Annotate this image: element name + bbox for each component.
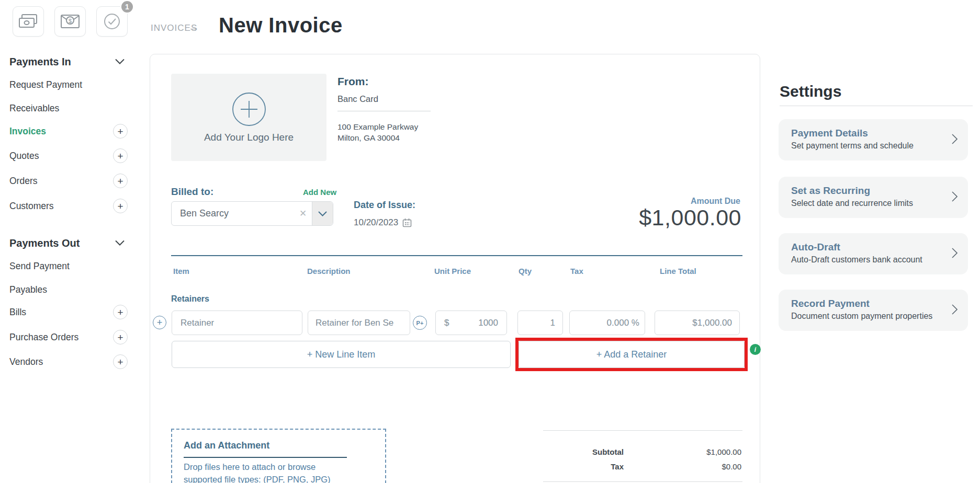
- billed-to-select[interactable]: Ben Searcy ✕: [171, 201, 333, 226]
- clear-customer-icon[interactable]: ✕: [294, 208, 312, 219]
- card-title: Record Payment: [791, 298, 870, 309]
- app-root: $ 1 INVOICES → New Invoice Payments In R…: [0, 0, 980, 483]
- invoice-envelope-button[interactable]: $: [54, 6, 86, 37]
- date-of-issue-label: Date of Issue:: [354, 200, 415, 211]
- sidebar-item-payables[interactable]: Payables: [9, 284, 47, 295]
- cash-icon: [18, 14, 38, 29]
- card-subtitle: Document custom payment properties: [791, 312, 932, 321]
- add-order-button[interactable]: +: [113, 174, 128, 188]
- item-input[interactable]: Retainer: [172, 310, 302, 335]
- col-header-description: Description: [307, 267, 351, 275]
- date-of-issue-value: 10/20/2023: [354, 217, 398, 228]
- approvals-check-icon: [103, 13, 121, 30]
- billed-to-caret[interactable]: [312, 202, 333, 225]
- invoice-envelope-icon: $: [60, 14, 80, 29]
- sidebar-item-invoices[interactable]: Invoices: [9, 126, 46, 137]
- sidebar-item-vendors[interactable]: Vendors: [9, 356, 43, 367]
- card-title: Set as Recurring: [791, 185, 870, 197]
- svg-text:$: $: [69, 18, 72, 24]
- settings-card-auto-draft[interactable]: Auto-Draft Auto-Draft customers bank acc…: [779, 233, 968, 274]
- add-logo-label: Add Your Logo Here: [204, 132, 294, 143]
- cash-button[interactable]: [13, 6, 44, 37]
- chevron-right-icon: [952, 248, 958, 258]
- billed-to-label: Billed to:: [171, 186, 213, 198]
- description-input[interactable]: Retainer for Ben Se: [308, 310, 410, 335]
- tax-input[interactable]: 0.000 %: [569, 310, 645, 335]
- add-customer-button[interactable]: +: [113, 199, 128, 213]
- from-label: From:: [337, 75, 369, 88]
- tax-label: Tax: [611, 462, 624, 471]
- settings-card-set-as-recurring[interactable]: Set as Recurring Select date and recurre…: [779, 177, 968, 218]
- chevron-right-icon: [952, 191, 958, 202]
- sidebar-item-receivables[interactable]: Receivables: [9, 103, 59, 114]
- line-total-value: $1,000.00: [655, 310, 740, 335]
- sidebar-item-purchase-orders[interactable]: Purchase Orders: [9, 332, 78, 343]
- sidebar-item-orders[interactable]: Orders: [9, 176, 37, 187]
- add-retainer-button[interactable]: + Add a Retainer: [519, 341, 745, 368]
- col-header-unit-price: Unit Price: [434, 267, 471, 275]
- col-header-qty: Qty: [519, 267, 532, 275]
- card-subtitle: Select date and recurrence limits: [791, 199, 913, 208]
- chevron-right-icon: [952, 304, 958, 315]
- sidebar-item-send-payment[interactable]: Send Payment: [9, 261, 70, 272]
- add-logo-plus-icon: [232, 92, 266, 126]
- billed-to-value: Ben Searcy: [172, 208, 294, 219]
- add-vendor-button[interactable]: +: [113, 354, 128, 369]
- calendar-icon[interactable]: [402, 218, 412, 227]
- attachment-title: Add an Attachment: [184, 440, 269, 451]
- settings-card-payment-details[interactable]: Payment Details Set payment terms and sc…: [779, 119, 968, 160]
- attachment-instructions-line1: Drop files here to attach or browse: [184, 462, 316, 472]
- chevron-down-icon[interactable]: [115, 240, 125, 246]
- add-new-customer-link[interactable]: Add New: [303, 188, 336, 197]
- totals-top-divider: [543, 430, 742, 431]
- unit-price-input[interactable]: $ 1000: [435, 310, 507, 335]
- page-title: New Invoice: [219, 14, 343, 37]
- p-plus-icon[interactable]: P+: [413, 316, 427, 330]
- add-line-row-icon[interactable]: +: [153, 316, 166, 329]
- settings-title: Settings: [780, 83, 841, 100]
- sidebar-item-customers[interactable]: Customers: [9, 201, 54, 212]
- from-company-name[interactable]: Banc Card: [337, 94, 378, 104]
- approvals-count-badge: 1: [120, 0, 134, 14]
- col-header-tax: Tax: [570, 267, 583, 275]
- amount-due-value: $1,000.00: [639, 205, 741, 231]
- sidebar-item-bills[interactable]: Bills: [9, 307, 26, 318]
- col-header-line-total: Line Total: [660, 267, 696, 275]
- add-purchase-order-button[interactable]: +: [113, 330, 128, 344]
- settings-divider: [780, 106, 973, 106]
- settings-card-record-payment[interactable]: Record Payment Document custom payment p…: [779, 290, 968, 331]
- breadcrumb-arrow-icon: →: [188, 21, 199, 33]
- currency-symbol: $: [444, 318, 449, 328]
- chevron-down-icon[interactable]: [115, 59, 125, 65]
- info-icon[interactable]: i: [750, 344, 761, 355]
- add-bill-button[interactable]: +: [113, 305, 128, 319]
- card-title: Auto-Draft: [791, 242, 840, 253]
- card-subtitle: Auto-Draft customers bank account: [791, 255, 922, 264]
- totals-bottom-divider: [543, 481, 742, 482]
- tax-value: $0.00: [722, 462, 741, 471]
- unit-price-value: 1000: [478, 318, 498, 328]
- new-line-item-button[interactable]: + New Line Item: [172, 341, 511, 368]
- attachment-dropzone[interactable]: Add an Attachment Drop files here to att…: [171, 429, 386, 483]
- subtotal-value: $1,000.00: [706, 447, 741, 456]
- attachment-instructions-line2: supported file types: (PDF, PNG, JPG): [184, 475, 331, 483]
- invoice-editor-card: Add Your Logo Here From: Banc Card 100 E…: [150, 54, 760, 483]
- card-title: Payment Details: [791, 128, 868, 139]
- card-subtitle: Set payment terms and schedule: [791, 141, 914, 151]
- col-header-item: Item: [173, 267, 189, 275]
- sidebar-item-request-payment[interactable]: Request Payment: [9, 79, 82, 90]
- chevron-right-icon: [952, 134, 958, 144]
- add-invoice-button[interactable]: +: [113, 124, 128, 139]
- sidebar-section-payments-out[interactable]: Payments Out: [9, 237, 80, 249]
- date-of-issue-field[interactable]: 10/20/2023: [354, 217, 412, 228]
- sidebar-item-quotes[interactable]: Quotes: [9, 151, 39, 162]
- from-divider: [337, 111, 431, 111]
- from-address-line1: 100 Example Parkway: [337, 122, 418, 132]
- add-logo-dropzone[interactable]: Add Your Logo Here: [171, 74, 326, 161]
- subtotal-label: Subtotal: [592, 447, 624, 456]
- line-item-group-label: Retainers: [171, 294, 209, 304]
- attachment-divider: [184, 457, 347, 458]
- sidebar-section-payments-in[interactable]: Payments In: [9, 56, 71, 68]
- add-quote-button[interactable]: +: [113, 148, 128, 163]
- qty-input[interactable]: 1: [517, 310, 563, 335]
